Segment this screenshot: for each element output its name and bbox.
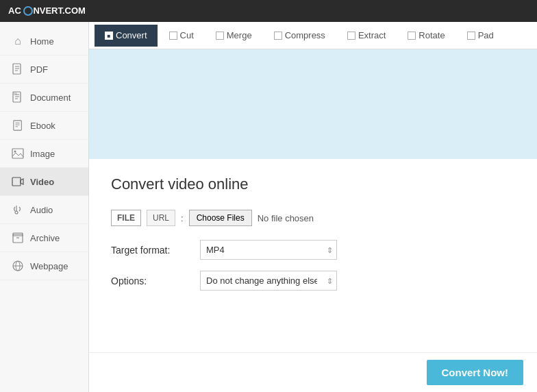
- svg-rect-9: [14, 121, 22, 130]
- sidebar-item-document-label: Document: [30, 93, 71, 103]
- sidebar-item-audio[interactable]: Audio: [0, 196, 88, 224]
- home-icon: ⌂: [11, 34, 25, 48]
- tab-convert-checkbox: [105, 32, 113, 40]
- logo: AC NVERT.COM: [8, 5, 86, 16]
- sidebar-item-archive[interactable]: Archive: [0, 224, 88, 252]
- audio-icon: [11, 203, 25, 217]
- sidebar-item-home[interactable]: ⌂ Home: [0, 27, 88, 56]
- tab-merge-label: Merge: [227, 30, 252, 40]
- tab-cut-checkbox: [169, 32, 177, 40]
- tab-convert[interactable]: Convert: [95, 25, 158, 47]
- sidebar: ⌂ Home PDF Document Ebook Image: [0, 22, 89, 392]
- tab-rotate[interactable]: Rotate: [397, 25, 455, 47]
- page-title: Convert video online: [111, 175, 515, 193]
- image-icon: [11, 147, 25, 160]
- webpage-icon: [11, 259, 25, 273]
- archive-icon: [11, 231, 25, 245]
- sidebar-item-ebook-label: Ebook: [30, 121, 55, 131]
- tab-merge-checkbox: [216, 32, 224, 40]
- video-icon: [11, 175, 25, 188]
- bottom-bar: Convert Now!: [89, 352, 537, 392]
- pdf-icon: [11, 62, 25, 76]
- tab-compress[interactable]: Compress: [264, 25, 336, 47]
- tab-pad[interactable]: Pad: [457, 25, 504, 47]
- sidebar-item-video-label: Video: [30, 177, 54, 187]
- svg-rect-8: [14, 93, 17, 95]
- sidebar-item-pdf[interactable]: PDF: [0, 56, 88, 84]
- file-input-row: FILE URL : Choose Files No file chosen: [111, 210, 515, 226]
- options-row: Options: Do not change anything else Cha…: [111, 271, 515, 291]
- main-content: Convert Cut Merge Compress Extract Rotat…: [89, 22, 537, 392]
- options-select[interactable]: Do not change anything else Change video…: [200, 271, 337, 291]
- tab-extract[interactable]: Extract: [337, 25, 396, 47]
- choose-files-button[interactable]: Choose Files: [189, 210, 252, 226]
- target-format-select-wrapper: MP4 AVI MOV MKV WMV FLV WEBM GIF: [200, 240, 337, 260]
- banner-ad: [89, 49, 537, 159]
- layout: ⌂ Home PDF Document Ebook Image: [0, 22, 537, 392]
- tab-pad-checkbox: [467, 32, 475, 40]
- convert-now-button[interactable]: Convert Now!: [427, 360, 524, 385]
- tab-cut[interactable]: Cut: [159, 25, 204, 47]
- target-format-select[interactable]: MP4 AVI MOV MKV WMV FLV WEBM GIF: [200, 240, 337, 260]
- file-colon: :: [181, 213, 184, 223]
- options-select-wrapper: Do not change anything else Change video…: [200, 271, 337, 291]
- ebook-icon: [11, 119, 25, 132]
- sidebar-item-home-label: Home: [30, 36, 54, 47]
- sidebar-item-audio-label: Audio: [30, 205, 53, 215]
- no-file-label: No file chosen: [258, 213, 314, 223]
- tab-cut-label: Cut: [180, 30, 194, 40]
- sidebar-item-ebook[interactable]: Ebook: [0, 112, 88, 140]
- url-mode-button[interactable]: URL: [147, 210, 175, 226]
- svg-rect-15: [12, 177, 21, 186]
- sidebar-item-image[interactable]: Image: [0, 140, 88, 168]
- svg-rect-13: [12, 149, 23, 158]
- sidebar-item-document[interactable]: Document: [0, 84, 88, 112]
- tab-extract-label: Extract: [358, 30, 386, 40]
- target-format-row: Target format: MP4 AVI MOV MKV WMV FLV W…: [111, 240, 515, 260]
- sidebar-item-image-label: Image: [30, 149, 55, 159]
- tab-merge[interactable]: Merge: [205, 25, 262, 47]
- topbar: AC NVERT.COM: [0, 0, 537, 22]
- sidebar-item-webpage[interactable]: Webpage: [0, 252, 88, 280]
- tab-compress-checkbox: [274, 32, 282, 40]
- sidebar-item-pdf-label: PDF: [30, 64, 48, 75]
- target-format-label: Target format:: [111, 245, 200, 256]
- tab-convert-label: Convert: [116, 30, 147, 40]
- tab-extract-checkbox: [347, 32, 355, 40]
- tabbar: Convert Cut Merge Compress Extract Rotat…: [89, 22, 537, 49]
- options-label: Options:: [111, 275, 200, 286]
- sidebar-item-webpage-label: Webpage: [30, 261, 68, 271]
- tab-rotate-label: Rotate: [419, 30, 445, 40]
- content-area: Convert video online FILE URL : Choose F…: [89, 159, 537, 352]
- tab-compress-label: Compress: [285, 30, 325, 40]
- sidebar-item-video[interactable]: Video: [0, 168, 88, 196]
- tab-rotate-checkbox: [408, 32, 416, 40]
- sidebar-item-archive-label: Archive: [30, 233, 60, 243]
- document-icon: [11, 90, 25, 104]
- tab-pad-label: Pad: [478, 30, 494, 40]
- svg-marker-16: [21, 179, 23, 184]
- svg-point-14: [14, 151, 16, 153]
- file-mode-button[interactable]: FILE: [111, 210, 141, 226]
